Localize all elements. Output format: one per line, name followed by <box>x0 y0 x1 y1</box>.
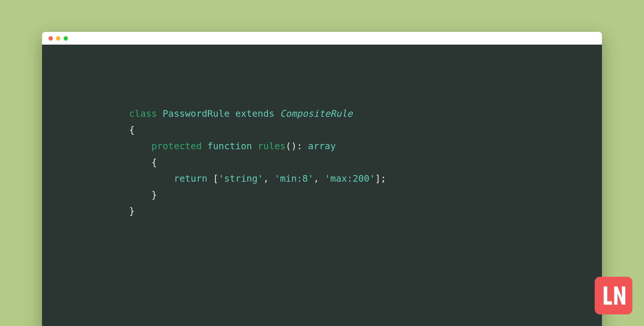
editor-window: class PasswordRule extends CompositeRule… <box>42 32 602 326</box>
window-titlebar <box>42 32 602 45</box>
keyword-extends: extends <box>235 108 274 119</box>
ln-logo-icon <box>600 283 627 309</box>
close-icon[interactable] <box>48 36 53 41</box>
brace-close-inner: } <box>151 189 157 200</box>
minimize-icon[interactable] <box>56 36 60 41</box>
keyword-protected: protected <box>151 141 202 152</box>
code-line-6: } <box>129 187 602 203</box>
bracket-open: [ <box>213 173 218 184</box>
parens: () <box>285 141 297 152</box>
return-type: array <box>308 141 336 152</box>
keyword-return: return <box>174 173 207 184</box>
comma-1: , <box>263 173 269 184</box>
string-3: 'max:200' <box>325 173 375 184</box>
code-line-1: class PasswordRule extends CompositeRule <box>129 105 602 122</box>
semicolon: ; <box>381 173 386 184</box>
class-name: PasswordRule <box>163 108 230 119</box>
brace-open-inner: { <box>151 157 157 168</box>
string-2: 'min:8' <box>274 173 314 184</box>
bracket-close: ] <box>375 173 381 184</box>
keyword-function: function <box>207 141 252 152</box>
code-line-7: } <box>129 203 602 219</box>
brace-open: { <box>129 124 135 135</box>
method-name: rules <box>258 141 285 152</box>
colon: : <box>297 141 302 152</box>
maximize-icon[interactable] <box>64 36 68 41</box>
code-line-5: return ['string', 'min:8', 'max:200']; <box>129 170 602 187</box>
code-line-3: protected function rules(): array <box>129 138 602 154</box>
parent-class: CompositeRule <box>280 108 352 119</box>
code-editor[interactable]: class PasswordRule extends CompositeRule… <box>42 45 602 219</box>
code-line-2: { <box>129 122 602 138</box>
logo-badge <box>595 277 632 314</box>
code-line-4: { <box>129 154 602 170</box>
brace-close: } <box>129 205 135 216</box>
string-1: 'string' <box>218 173 263 184</box>
comma-2: , <box>314 173 319 184</box>
keyword-class: class <box>129 108 157 119</box>
